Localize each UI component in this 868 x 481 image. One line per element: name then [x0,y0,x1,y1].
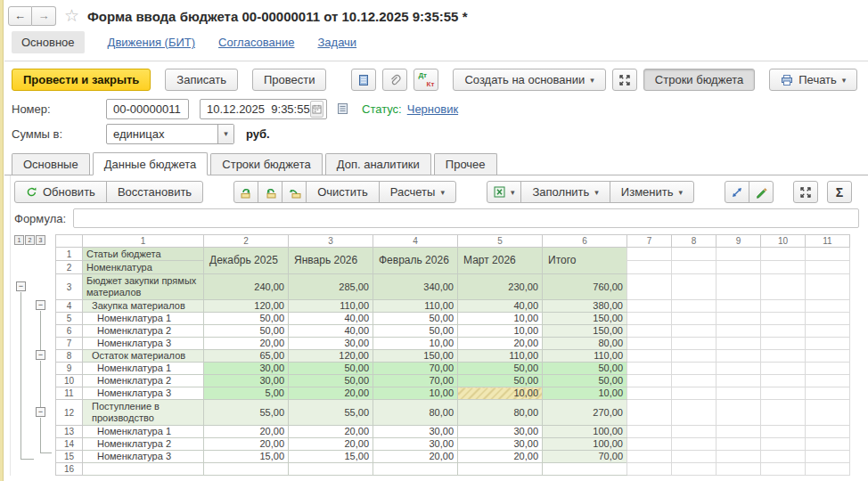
report-button[interactable] [351,69,376,91]
value-cell-r15-c6[interactable]: 70,00 [543,451,627,463]
collapse-button-row-12[interactable]: − [36,407,45,417]
empty-cell[interactable] [717,325,761,338]
empty-cell[interactable] [627,338,672,350]
empty-cell[interactable] [761,438,806,451]
empty-cell[interactable] [806,350,850,363]
value-cell-r12-c2[interactable]: 55,00 [204,400,289,426]
empty-cell[interactable] [761,313,806,325]
amounts-select[interactable]: единицах ▾ [106,124,234,144]
value-cell-r13-c6[interactable]: 100,00 [543,426,627,438]
create-based-on-button[interactable]: Создать на основании▾ [453,69,605,91]
value-cell-r14-c2[interactable]: 20,00 [204,438,289,451]
value-cell-r10-c5[interactable]: 50,00 [458,375,543,387]
column-header-10[interactable]: 10 [761,235,806,248]
row-name-cell-10[interactable]: Номенклатура 2 [83,375,204,387]
fill-button[interactable]: Заполнить▾ [520,181,610,203]
empty-cell[interactable] [627,261,672,274]
empty-cell[interactable] [672,248,717,261]
empty-cell[interactable] [717,438,761,451]
empty-cell[interactable] [672,375,717,387]
empty-cell[interactable] [717,350,761,363]
empty-cell[interactable] [717,426,761,438]
value-cell-r10-c6[interactable]: 50,00 [543,375,627,387]
empty-cell[interactable] [761,350,806,363]
move-values-button[interactable] [725,181,749,203]
period-header-2[interactable]: Февраль 2026 [373,248,458,274]
column-header-4[interactable]: 4 [373,235,458,248]
row-name-cell-12[interactable]: Поступление в производство [83,400,204,426]
edit-cell-button[interactable] [749,181,774,203]
empty-cell[interactable] [627,350,672,363]
post-and-close-button[interactable]: Провести и закрыть [12,69,151,91]
empty-cell[interactable] [672,325,717,338]
value-cell-r9-c4[interactable]: 70,00 [373,363,458,375]
value-cell-r9-c6[interactable]: 50,00 [543,363,627,375]
value-cell-r9-c5[interactable]: 50,00 [458,363,543,375]
empty-cell[interactable] [627,400,672,426]
period-header-1[interactable]: Январь 2026 [289,248,373,274]
row-header-6[interactable]: 6 [56,325,83,338]
empty-cell[interactable] [761,325,806,338]
value-cell-r15-c5[interactable]: 20,00 [458,451,543,463]
empty-cell[interactable] [672,426,717,438]
collapse-button-row-3[interactable]: − [16,281,26,291]
nav-tab-2[interactable]: Согласование [218,36,294,49]
value-cell-r4-c2[interactable]: 120,00 [204,300,289,313]
value-cell-r5-c6[interactable]: 150,00 [543,313,627,325]
value-cell-r12-c3[interactable]: 55,00 [289,400,373,426]
row-header-4[interactable]: 4 [56,300,83,313]
favorite-star-icon[interactable]: ☆ [64,7,79,25]
row-name-cell-4[interactable]: Закупка материалов [83,300,204,313]
empty-cell[interactable] [717,463,761,476]
empty-cell[interactable] [627,451,672,463]
empty-cell[interactable] [717,387,761,400]
value-cell-r16-c2[interactable] [204,463,289,476]
empty-cell[interactable] [627,463,672,476]
value-cell-r15-c4[interactable]: 20,00 [373,451,458,463]
empty-cell[interactable] [761,274,806,300]
value-cell-r13-c2[interactable]: 20,00 [204,426,289,438]
empty-cell[interactable] [717,300,761,313]
refresh-button[interactable]: Обновить [14,181,107,203]
empty-cell[interactable] [761,426,806,438]
empty-cell[interactable] [627,300,672,313]
row-header-11[interactable]: 11 [56,387,83,400]
group-level-button-2[interactable]: 2 [25,235,35,245]
empty-cell[interactable] [761,300,806,313]
empty-cell[interactable] [761,400,806,426]
calculations-button[interactable]: Расчеты▾ [379,181,456,203]
empty-cell[interactable] [672,400,717,426]
number-input[interactable]: 00-00000011 [106,99,189,119]
chevron-down-icon[interactable]: ▾ [217,125,233,143]
empty-cell[interactable] [806,261,850,274]
empty-cell[interactable] [806,325,850,338]
empty-cell[interactable] [672,363,717,375]
row-header-12[interactable]: 12 [56,400,83,426]
empty-cell[interactable] [627,313,672,325]
value-cell-r5-c3[interactable]: 40,00 [289,313,373,325]
empty-cell[interactable] [672,463,717,476]
value-cell-r3-c5[interactable]: 230,00 [458,274,543,300]
empty-cell[interactable] [806,387,850,400]
value-cell-r5-c4[interactable]: 50,00 [373,313,458,325]
value-cell-r3-c3[interactable]: 285,00 [289,274,373,300]
distribute-period-button[interactable] [282,181,307,203]
row-name-cell-11[interactable]: Номенклатура 3 [83,387,204,400]
value-cell-r11-c4[interactable]: 10,00 [373,387,458,400]
empty-cell[interactable] [761,338,806,350]
value-cell-r13-c5[interactable]: 30,00 [458,426,543,438]
value-cell-r3-c2[interactable]: 240,00 [204,274,289,300]
row-header-1[interactable]: 1 [56,248,83,261]
empty-cell[interactable] [672,451,717,463]
empty-cell[interactable] [627,438,672,451]
value-cell-r8-c6[interactable]: 110,00 [543,350,627,363]
empty-cell[interactable] [806,248,850,261]
value-cell-r10-c2[interactable]: 30,00 [204,375,289,387]
value-cell-r6-c6[interactable]: 150,00 [543,325,627,338]
value-cell-r11-c6[interactable]: 10,00 [543,387,627,400]
empty-cell[interactable] [806,338,850,350]
row-name-cell-15[interactable]: Номенклатура 3 [83,451,204,463]
empty-cell[interactable] [717,375,761,387]
empty-cell[interactable] [672,313,717,325]
value-cell-r8-c3[interactable]: 120,00 [289,350,373,363]
